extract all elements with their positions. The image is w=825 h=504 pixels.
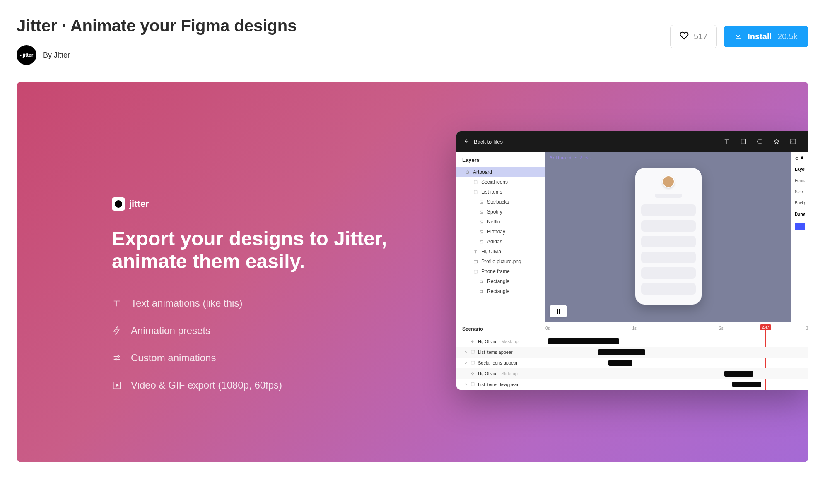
timeline-row[interactable]: >List items disappear <box>456 379 545 390</box>
rect-icon <box>479 279 484 284</box>
layer-row[interactable]: Spotify <box>456 207 545 217</box>
arrow-left-icon <box>464 138 470 145</box>
dashed-icon <box>473 269 478 274</box>
text-icon <box>473 249 478 254</box>
svg-rect-20 <box>471 361 474 364</box>
like-count: 517 <box>694 32 707 41</box>
dashed-icon <box>473 180 478 185</box>
image-icon <box>473 259 478 264</box>
image-tool-icon[interactable] <box>789 138 797 145</box>
image-icon <box>479 219 484 224</box>
timeline-row[interactable]: Hi, Olivia · Slide up <box>456 368 545 379</box>
hero-headline: Export your designs to Jitter, animate t… <box>112 227 402 273</box>
timeline-bar[interactable] <box>548 338 619 344</box>
svg-rect-18 <box>796 157 798 159</box>
hero-logo: jitter <box>112 197 402 211</box>
svg-point-4 <box>758 139 762 144</box>
timeline-bar[interactable] <box>598 349 645 355</box>
timeline-row[interactable]: >List items appear <box>456 347 545 358</box>
text-icon <box>112 298 122 308</box>
page-title: Jitter · Animate your Figma designs <box>17 17 297 35</box>
layer-row[interactable]: Birthday <box>456 227 545 237</box>
props-tab[interactable]: A <box>795 156 805 161</box>
install-count: 20.5k <box>777 32 798 41</box>
bolt-icon <box>470 339 475 344</box>
bolt-icon <box>112 326 122 336</box>
properties-panel: A Layou Forma Size Backg Durat <box>791 152 808 322</box>
canvas-area[interactable]: Artboard • 2.6s <box>545 152 791 322</box>
like-button[interactable]: 517 <box>670 25 717 48</box>
svg-rect-7 <box>474 180 477 183</box>
feature-item: Text animations (like this) <box>112 298 402 309</box>
svg-rect-21 <box>471 383 474 386</box>
timeline-bar[interactable] <box>608 360 632 366</box>
text-tool-icon[interactable] <box>723 138 731 145</box>
layer-row[interactable]: Phone frame <box>456 266 545 276</box>
svg-rect-16 <box>480 281 482 283</box>
svg-rect-19 <box>471 350 474 353</box>
expand-icon[interactable]: > <box>465 350 468 354</box>
timeline-row[interactable]: Hi, Olivia · Mask up <box>456 336 545 347</box>
dashed-icon <box>470 350 475 355</box>
image-icon <box>479 199 484 204</box>
sliders-icon <box>112 353 122 363</box>
author-avatar[interactable]: jitter <box>17 45 36 65</box>
circle-tool-icon[interactable] <box>756 138 764 145</box>
back-to-files-link[interactable]: Back to files <box>464 138 503 145</box>
svg-rect-5 <box>791 139 796 144</box>
pause-button[interactable] <box>550 305 567 317</box>
author-name[interactable]: By Jitter <box>43 51 70 60</box>
expand-icon[interactable]: > <box>465 382 468 386</box>
layer-row[interactable]: Adidas <box>456 237 545 247</box>
frame-icon <box>465 170 470 175</box>
svg-rect-15 <box>474 270 477 273</box>
layer-row[interactable]: Rectangle <box>456 286 545 296</box>
hero-banner: jitter Export your designs to Jitter, an… <box>17 82 808 462</box>
image-icon <box>479 229 484 234</box>
timeline-row[interactable]: >Social icons appear <box>456 358 545 368</box>
scenario-label: Scenario <box>456 326 545 332</box>
timeline-bar[interactable] <box>732 382 761 387</box>
play-icon <box>112 380 122 390</box>
layer-row[interactable]: Hi, Olivia <box>456 247 545 257</box>
artboard-phone-frame[interactable] <box>635 168 702 305</box>
dashed-icon <box>473 190 478 194</box>
star-tool-icon[interactable] <box>773 138 780 145</box>
svg-rect-6 <box>466 171 468 173</box>
jitter-logo-icon <box>112 197 125 211</box>
image-icon <box>479 209 484 214</box>
bolt-icon <box>470 371 475 376</box>
dashed-icon <box>470 360 475 365</box>
time-ruler[interactable]: 0s 1s 2s 3s 2.47 <box>545 322 808 336</box>
playhead-marker[interactable]: 2.47 <box>760 324 772 330</box>
svg-point-0 <box>118 356 119 358</box>
install-button[interactable]: Install 20.5k <box>724 26 808 47</box>
heart-icon <box>680 31 689 42</box>
rect-icon <box>479 289 484 294</box>
image-icon <box>479 239 484 244</box>
dashed-icon <box>470 382 475 387</box>
canvas-artboard-label: Artboard • 2.6s <box>545 152 791 164</box>
layer-row[interactable]: Artboard <box>456 167 545 177</box>
profile-avatar <box>662 175 675 188</box>
layer-row[interactable]: Netflix <box>456 217 545 227</box>
layer-row[interactable]: Rectangle <box>456 276 545 286</box>
layers-panel: Layers ArtboardSocial iconsList itemsSta… <box>456 152 545 322</box>
layer-row[interactable]: Social icons <box>456 177 545 187</box>
svg-rect-8 <box>474 190 477 193</box>
props-accent-button[interactable] <box>795 223 805 230</box>
svg-rect-3 <box>741 139 746 144</box>
layer-row[interactable]: List items <box>456 187 545 197</box>
expand-icon[interactable]: > <box>465 361 468 365</box>
app-preview-window: Back to files Layers ArtboardSocial icon… <box>456 131 808 390</box>
rectangle-tool-icon[interactable] <box>740 138 747 145</box>
timeline-bar[interactable] <box>724 371 753 377</box>
feature-item: Video & GIF export (1080p, 60fps) <box>112 379 402 391</box>
download-icon <box>734 32 742 41</box>
layer-row[interactable]: Starbucks <box>456 197 545 207</box>
svg-point-1 <box>115 359 117 360</box>
layer-row[interactable]: Profile picture.png <box>456 257 545 266</box>
svg-rect-17 <box>480 290 482 293</box>
feature-item: Animation presets <box>112 325 402 336</box>
feature-item: Custom animations <box>112 352 402 364</box>
